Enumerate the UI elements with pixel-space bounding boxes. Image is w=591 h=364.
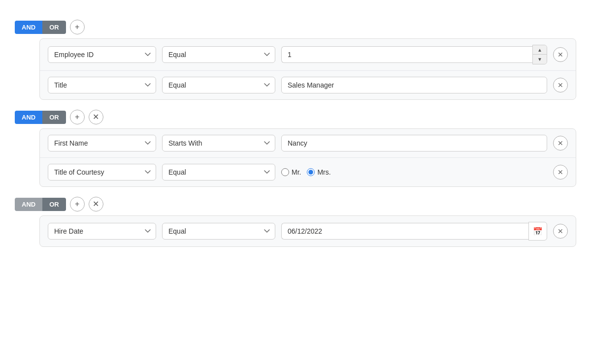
field-select-1-1[interactable]: Employee ID Title First Name Title of Co…	[48, 46, 156, 63]
remove-icon-3-1: ✕	[558, 227, 563, 235]
condition-block-3: Employee ID Title First Name Title of Co…	[39, 215, 576, 247]
remove-icon-2-1: ✕	[558, 139, 563, 147]
remove-row-btn-2-2[interactable]: ✕	[553, 165, 568, 180]
operator-select-1-1[interactable]: Equal Not Equal Starts With Ends With Co…	[162, 46, 275, 63]
radio-mr-label[interactable]: Mr.	[281, 168, 301, 176]
condition-row-3-1: Employee ID Title First Name Title of Co…	[40, 216, 576, 246]
remove-row-btn-1-1[interactable]: ✕	[553, 47, 568, 62]
remove-icon-group-3: ✕	[93, 200, 99, 208]
radio-mrs-text: Mrs.	[317, 168, 330, 176]
filter-builder: AND OR + Employee ID Title First Name Ti…	[15, 20, 576, 257]
spinner-up-1-1[interactable]: ▲	[533, 45, 547, 55]
spinner-down-1-1[interactable]: ▼	[533, 55, 547, 64]
condition-block-2: Employee ID Title First Name Title of Co…	[39, 128, 576, 187]
value-spinner-1-1: ▲ ▼	[281, 45, 547, 64]
field-select-3-1[interactable]: Employee ID Title First Name Title of Co…	[48, 223, 156, 240]
condition-row-1-2: Employee ID Title First Name Title of Co…	[40, 71, 576, 99]
add-group-btn-3[interactable]: +	[70, 197, 85, 212]
value-input-1-1[interactable]	[281, 46, 532, 63]
field-select-1-2[interactable]: Employee ID Title First Name Title of Co…	[48, 77, 156, 93]
value-input-2-1[interactable]	[281, 135, 547, 152]
operator-select-2-1[interactable]: Equal Not Equal Starts With Ends With Co…	[162, 135, 275, 152]
remove-group-btn-3[interactable]: ✕	[89, 197, 103, 212]
condition-block-1: Employee ID Title First Name Title of Co…	[39, 38, 576, 100]
remove-row-btn-1-2[interactable]: ✕	[553, 78, 568, 92]
logic-row-1: AND OR +	[15, 20, 576, 34]
logic-toggle-3: AND OR	[15, 198, 66, 211]
remove-icon-group-2: ✕	[93, 113, 99, 121]
logic-toggle-2: AND OR	[15, 111, 66, 124]
plus-icon-1: +	[75, 23, 79, 31]
logic-toggle-1: AND OR	[15, 21, 66, 34]
add-group-btn-1[interactable]: +	[70, 20, 85, 34]
condition-row-1-1: Employee ID Title First Name Title of Co…	[40, 39, 576, 71]
remove-icon-2-2: ✕	[558, 168, 563, 176]
remove-row-btn-3-1[interactable]: ✕	[553, 224, 568, 239]
remove-icon-1-2: ✕	[558, 81, 563, 89]
add-group-btn-2[interactable]: +	[70, 110, 85, 124]
date-input-3-1[interactable]	[281, 223, 528, 240]
operator-select-2-2[interactable]: Equal Not Equal Starts With Ends With Co…	[162, 164, 275, 181]
operator-select-3-1[interactable]: Equal Not Equal Starts With Ends With Co…	[162, 223, 275, 240]
radio-mrs[interactable]	[307, 168, 315, 176]
remove-group-btn-2[interactable]: ✕	[89, 110, 103, 124]
spinner-btns-1-1: ▲ ▼	[532, 45, 547, 64]
plus-icon-3: +	[75, 200, 79, 208]
radio-group-2-2: Mr. Mrs.	[281, 168, 547, 176]
calendar-btn-3-1[interactable]: 📅	[528, 222, 547, 241]
and-btn-2[interactable]: AND	[15, 111, 42, 124]
or-btn-3[interactable]: OR	[42, 198, 66, 211]
condition-row-2-1: Employee ID Title First Name Title of Co…	[40, 129, 576, 158]
operator-select-1-2[interactable]: Equal Not Equal Starts With Ends With Co…	[162, 77, 275, 93]
and-btn-3[interactable]: AND	[15, 198, 42, 211]
remove-row-btn-2-1[interactable]: ✕	[553, 136, 568, 151]
calendar-icon-3-1: 📅	[533, 227, 543, 236]
radio-mr-text: Mr.	[292, 168, 301, 176]
or-btn-2[interactable]: OR	[42, 111, 66, 124]
value-input-1-2[interactable]	[281, 77, 547, 93]
or-btn-1[interactable]: OR	[42, 21, 66, 34]
logic-row-3: AND OR + ✕	[15, 197, 576, 212]
condition-row-2-2: Employee ID Title First Name Title of Co…	[40, 158, 576, 186]
logic-row-2: AND OR + ✕	[15, 110, 576, 124]
field-select-2-1[interactable]: Employee ID Title First Name Title of Co…	[48, 135, 156, 152]
radio-mrs-label[interactable]: Mrs.	[307, 168, 330, 176]
date-input-wrapper-3-1: 📅	[281, 222, 547, 241]
plus-icon-2: +	[75, 113, 79, 121]
remove-icon-1-1: ✕	[558, 51, 563, 59]
and-btn-1[interactable]: AND	[15, 21, 42, 34]
field-select-2-2[interactable]: Employee ID Title First Name Title of Co…	[48, 164, 156, 181]
radio-mr[interactable]	[281, 168, 289, 176]
